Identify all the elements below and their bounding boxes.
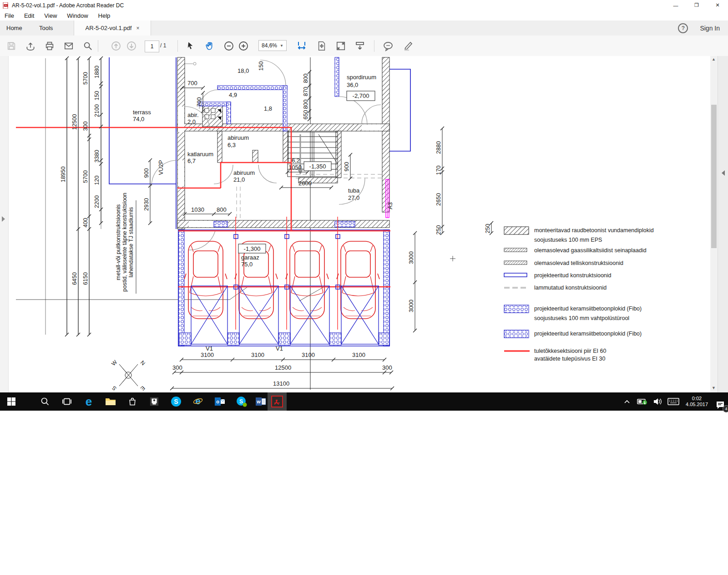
svg-text:e: e xyxy=(195,396,200,406)
svg-text:21,0: 21,0 xyxy=(233,176,245,183)
page-number-input[interactable] xyxy=(145,41,159,52)
scroll-up-icon[interactable]: ▲ xyxy=(712,57,716,61)
minimize-button[interactable]: — xyxy=(665,0,686,10)
menu-file[interactable]: File xyxy=(5,12,14,19)
tools-pane-strip[interactable] xyxy=(718,56,728,392)
skype-business-icon[interactable]: S xyxy=(234,396,249,407)
menu-bar: File Edit View Window Help xyxy=(0,10,728,20)
next-page-icon[interactable] xyxy=(125,39,138,53)
photos-app-icon[interactable] xyxy=(147,396,162,407)
file-explorer-icon[interactable] xyxy=(103,396,118,407)
svg-text:800: 800 xyxy=(303,100,309,109)
close-button[interactable]: ✕ xyxy=(707,0,728,10)
svg-text:metall-või puitkonstruktsiooni: metall-või puitkonstruktsioonis xyxy=(115,204,121,280)
zoom-level-dropdown[interactable]: 84,6% ▼ xyxy=(258,40,287,51)
room-label-tuba: tuba xyxy=(348,187,360,194)
svg-text:170: 170 xyxy=(435,166,442,175)
acrobat-taskbar-active[interactable] xyxy=(268,392,287,411)
zoom-out-icon[interactable] xyxy=(222,39,236,53)
svg-text:avatäidete tulepüsivus EI 30: avatäidete tulepüsivus EI 30 xyxy=(534,356,605,362)
svg-text:5700: 5700 xyxy=(82,170,89,183)
hand-tool-icon[interactable] xyxy=(203,39,217,53)
acrobat-file-icon xyxy=(3,2,9,9)
svg-text:projekteeritud keramsiitbetoon: projekteeritud keramsiitbetoonplokid (Fi… xyxy=(534,305,642,312)
expand-tools-pane-icon[interactable] xyxy=(722,170,725,176)
car-3 xyxy=(286,241,329,319)
svg-text:300: 300 xyxy=(382,364,392,371)
tab-bar: Home Tools AR-5-02-vol.1.pdf × xyxy=(0,20,728,36)
car-1 xyxy=(184,241,227,319)
svg-text:700: 700 xyxy=(196,97,202,107)
svg-text:o: o xyxy=(216,399,219,404)
previous-page-icon[interactable] xyxy=(109,39,123,53)
svg-text:2650: 2650 xyxy=(435,193,442,206)
select-tool-icon[interactable] xyxy=(184,39,197,53)
svg-text:olemasolevad gaassilikaltsiidi: olemasolevad gaassilikaltsiidist seinapl… xyxy=(534,247,647,254)
power-status-icon[interactable] xyxy=(635,396,650,407)
svg-text:150: 150 xyxy=(258,61,264,71)
fit-page-icon[interactable] xyxy=(315,39,329,53)
store-icon[interactable] xyxy=(125,396,140,407)
scroll-down-icon[interactable]: ▼ xyxy=(712,386,716,390)
notification-badge: 4 xyxy=(723,405,728,412)
save-icon[interactable] xyxy=(5,39,18,53)
fullscreen-icon[interactable] xyxy=(334,39,348,53)
restore-button[interactable]: ❐ xyxy=(686,0,707,10)
word-icon[interactable]: w xyxy=(253,396,268,407)
level-1300: -1,300 xyxy=(244,245,261,252)
svg-text:6,7: 6,7 xyxy=(187,158,196,164)
skype-icon[interactable]: S xyxy=(168,396,184,407)
email-icon[interactable] xyxy=(62,39,76,53)
keyboard-icon[interactable] xyxy=(666,396,681,407)
internet-explorer-icon[interactable]: e xyxy=(190,396,206,407)
zoom-in-icon[interactable] xyxy=(237,39,250,53)
svg-text:3100: 3100 xyxy=(201,351,214,358)
svg-text:tuletõkkesektsiooni piir EI 60: tuletõkkesektsiooni piir EI 60 xyxy=(534,348,606,354)
garage-outline xyxy=(178,230,389,346)
svg-text:18950: 18950 xyxy=(60,167,66,183)
svg-text:projekteeritud konstruktsiooni: projekteeritud konstruktsioonid xyxy=(534,272,612,279)
highlighter-icon[interactable] xyxy=(401,39,415,53)
svg-text:postid, välisseinte täpne kons: postid, välisseinte täpne konstruktsioon xyxy=(121,193,128,292)
svg-text:1050: 1050 xyxy=(288,164,302,171)
tab-tools[interactable]: Tools xyxy=(39,20,53,36)
volume-icon[interactable] xyxy=(650,396,666,407)
taskbar-search-icon[interactable] xyxy=(37,396,53,407)
svg-text:soojustuseks 100 mm EPS: soojustuseks 100 mm EPS xyxy=(534,237,602,243)
room-label-18: 18,0 xyxy=(238,67,249,74)
svg-text:5700: 5700 xyxy=(82,72,89,85)
fit-width-icon[interactable] xyxy=(295,39,308,53)
level-1350: -1,350 xyxy=(309,163,326,170)
tab-home[interactable]: Home xyxy=(6,20,22,36)
tab-close-icon[interactable]: × xyxy=(136,25,139,31)
svg-text:monteeritavad raudbetoonist vu: monteeritavad raudbetoonist vundamendipl… xyxy=(534,227,654,234)
help-icon[interactable]: ? xyxy=(678,23,688,33)
comment-icon[interactable] xyxy=(381,39,395,53)
menu-edit[interactable]: Edit xyxy=(24,12,34,19)
svg-text:3100: 3100 xyxy=(251,351,264,358)
room-label-abiruum1: abiruum xyxy=(228,134,249,141)
share-upload-icon[interactable] xyxy=(24,39,37,53)
tab-document[interactable]: AR-5-02-vol.1.pdf × xyxy=(74,20,151,36)
sign-in-button[interactable]: Sign In xyxy=(700,25,720,32)
construction-note: metall-või puitkonstruktsioonis postid, … xyxy=(115,193,136,294)
vertical-scrollbar[interactable]: ▲ ▼ xyxy=(710,56,718,392)
outlook-icon[interactable]: o xyxy=(212,396,228,407)
action-center-icon[interactable]: 4 xyxy=(713,400,728,411)
task-view-icon[interactable] xyxy=(59,396,75,407)
start-button[interactable] xyxy=(4,396,19,407)
taskbar-clock[interactable]: 0:02 4.05.2017 xyxy=(686,396,708,407)
toolbar-collapse-icon[interactable] xyxy=(353,39,367,53)
edge-icon[interactable]: e xyxy=(81,396,96,407)
search-icon[interactable] xyxy=(81,39,95,53)
menu-window[interactable]: Window xyxy=(67,12,88,19)
menu-help[interactable]: Help xyxy=(98,12,111,19)
expand-nav-pane-icon[interactable] xyxy=(2,216,5,222)
navigation-pane-strip[interactable] xyxy=(0,56,9,392)
svg-text:S: S xyxy=(174,398,178,405)
svg-text:3100: 3100 xyxy=(352,351,365,358)
menu-view[interactable]: View xyxy=(44,12,57,19)
print-icon[interactable] xyxy=(43,39,56,53)
scrollbar-thumb[interactable] xyxy=(711,105,717,248)
tray-chevron-icon[interactable] xyxy=(619,396,635,407)
